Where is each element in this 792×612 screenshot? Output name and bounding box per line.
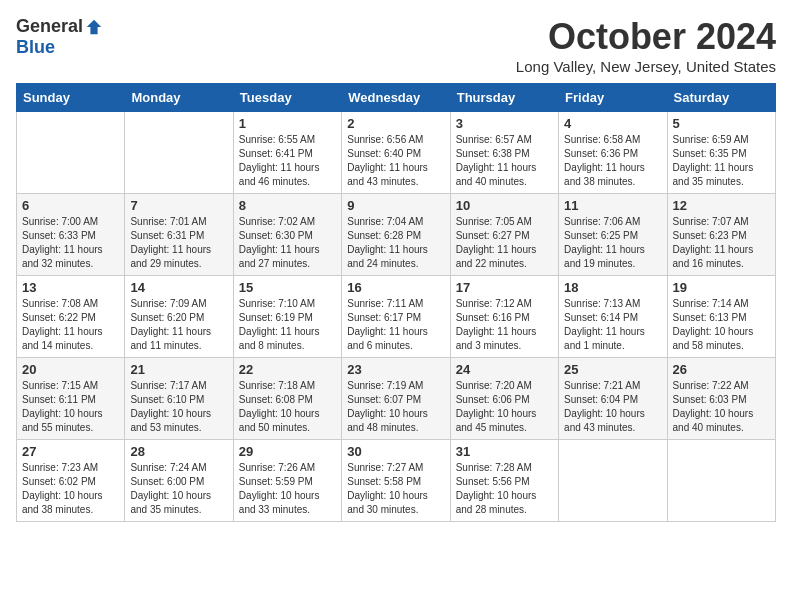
- day-detail: Sunrise: 7:18 AM Sunset: 6:08 PM Dayligh…: [239, 379, 336, 435]
- calendar-cell: 23Sunrise: 7:19 AM Sunset: 6:07 PM Dayli…: [342, 358, 450, 440]
- calendar-cell: [125, 112, 233, 194]
- day-detail: Sunrise: 7:11 AM Sunset: 6:17 PM Dayligh…: [347, 297, 444, 353]
- day-number: 22: [239, 362, 336, 377]
- calendar-cell: 17Sunrise: 7:12 AM Sunset: 6:16 PM Dayli…: [450, 276, 558, 358]
- day-detail: Sunrise: 6:55 AM Sunset: 6:41 PM Dayligh…: [239, 133, 336, 189]
- day-number: 9: [347, 198, 444, 213]
- day-detail: Sunrise: 6:59 AM Sunset: 6:35 PM Dayligh…: [673, 133, 770, 189]
- day-detail: Sunrise: 7:09 AM Sunset: 6:20 PM Dayligh…: [130, 297, 227, 353]
- calendar-cell: [17, 112, 125, 194]
- column-header-sunday: Sunday: [17, 84, 125, 112]
- column-header-thursday: Thursday: [450, 84, 558, 112]
- day-number: 30: [347, 444, 444, 459]
- calendar-cell: 18Sunrise: 7:13 AM Sunset: 6:14 PM Dayli…: [559, 276, 667, 358]
- calendar-week-row: 20Sunrise: 7:15 AM Sunset: 6:11 PM Dayli…: [17, 358, 776, 440]
- calendar-week-row: 13Sunrise: 7:08 AM Sunset: 6:22 PM Dayli…: [17, 276, 776, 358]
- day-number: 23: [347, 362, 444, 377]
- location-subtitle: Long Valley, New Jersey, United States: [516, 58, 776, 75]
- day-number: 28: [130, 444, 227, 459]
- calendar-cell: 25Sunrise: 7:21 AM Sunset: 6:04 PM Dayli…: [559, 358, 667, 440]
- day-number: 13: [22, 280, 119, 295]
- calendar-cell: 20Sunrise: 7:15 AM Sunset: 6:11 PM Dayli…: [17, 358, 125, 440]
- day-number: 20: [22, 362, 119, 377]
- day-number: 7: [130, 198, 227, 213]
- column-header-wednesday: Wednesday: [342, 84, 450, 112]
- calendar-week-row: 6Sunrise: 7:00 AM Sunset: 6:33 PM Daylig…: [17, 194, 776, 276]
- day-detail: Sunrise: 7:08 AM Sunset: 6:22 PM Dayligh…: [22, 297, 119, 353]
- calendar-week-row: 27Sunrise: 7:23 AM Sunset: 6:02 PM Dayli…: [17, 440, 776, 522]
- logo-general-text: General: [16, 16, 83, 37]
- day-detail: Sunrise: 7:06 AM Sunset: 6:25 PM Dayligh…: [564, 215, 661, 271]
- day-detail: Sunrise: 7:28 AM Sunset: 5:56 PM Dayligh…: [456, 461, 553, 517]
- day-detail: Sunrise: 6:56 AM Sunset: 6:40 PM Dayligh…: [347, 133, 444, 189]
- day-detail: Sunrise: 7:01 AM Sunset: 6:31 PM Dayligh…: [130, 215, 227, 271]
- day-detail: Sunrise: 7:26 AM Sunset: 5:59 PM Dayligh…: [239, 461, 336, 517]
- day-number: 17: [456, 280, 553, 295]
- day-number: 19: [673, 280, 770, 295]
- calendar-cell: 19Sunrise: 7:14 AM Sunset: 6:13 PM Dayli…: [667, 276, 775, 358]
- day-number: 1: [239, 116, 336, 131]
- day-detail: Sunrise: 7:19 AM Sunset: 6:07 PM Dayligh…: [347, 379, 444, 435]
- day-detail: Sunrise: 7:00 AM Sunset: 6:33 PM Dayligh…: [22, 215, 119, 271]
- logo-icon: [85, 18, 103, 36]
- month-title: October 2024: [516, 16, 776, 58]
- calendar-cell: 16Sunrise: 7:11 AM Sunset: 6:17 PM Dayli…: [342, 276, 450, 358]
- day-detail: Sunrise: 7:15 AM Sunset: 6:11 PM Dayligh…: [22, 379, 119, 435]
- day-detail: Sunrise: 7:05 AM Sunset: 6:27 PM Dayligh…: [456, 215, 553, 271]
- day-number: 12: [673, 198, 770, 213]
- day-number: 18: [564, 280, 661, 295]
- column-header-friday: Friday: [559, 84, 667, 112]
- calendar-cell: 21Sunrise: 7:17 AM Sunset: 6:10 PM Dayli…: [125, 358, 233, 440]
- calendar-cell: [667, 440, 775, 522]
- column-header-monday: Monday: [125, 84, 233, 112]
- calendar-cell: 30Sunrise: 7:27 AM Sunset: 5:58 PM Dayli…: [342, 440, 450, 522]
- day-number: 14: [130, 280, 227, 295]
- day-detail: Sunrise: 7:17 AM Sunset: 6:10 PM Dayligh…: [130, 379, 227, 435]
- calendar-table: SundayMondayTuesdayWednesdayThursdayFrid…: [16, 83, 776, 522]
- calendar-week-row: 1Sunrise: 6:55 AM Sunset: 6:41 PM Daylig…: [17, 112, 776, 194]
- calendar-cell: 26Sunrise: 7:22 AM Sunset: 6:03 PM Dayli…: [667, 358, 775, 440]
- day-number: 29: [239, 444, 336, 459]
- calendar-cell: 12Sunrise: 7:07 AM Sunset: 6:23 PM Dayli…: [667, 194, 775, 276]
- day-number: 3: [456, 116, 553, 131]
- day-number: 6: [22, 198, 119, 213]
- calendar-cell: 8Sunrise: 7:02 AM Sunset: 6:30 PM Daylig…: [233, 194, 341, 276]
- day-number: 27: [22, 444, 119, 459]
- calendar-cell: 10Sunrise: 7:05 AM Sunset: 6:27 PM Dayli…: [450, 194, 558, 276]
- logo: General Blue: [16, 16, 103, 58]
- day-number: 26: [673, 362, 770, 377]
- day-number: 21: [130, 362, 227, 377]
- calendar-cell: 9Sunrise: 7:04 AM Sunset: 6:28 PM Daylig…: [342, 194, 450, 276]
- calendar-cell: 22Sunrise: 7:18 AM Sunset: 6:08 PM Dayli…: [233, 358, 341, 440]
- day-detail: Sunrise: 7:07 AM Sunset: 6:23 PM Dayligh…: [673, 215, 770, 271]
- day-detail: Sunrise: 7:13 AM Sunset: 6:14 PM Dayligh…: [564, 297, 661, 353]
- calendar-cell: 29Sunrise: 7:26 AM Sunset: 5:59 PM Dayli…: [233, 440, 341, 522]
- title-area: October 2024 Long Valley, New Jersey, Un…: [516, 16, 776, 75]
- day-number: 31: [456, 444, 553, 459]
- calendar-cell: [559, 440, 667, 522]
- day-detail: Sunrise: 7:12 AM Sunset: 6:16 PM Dayligh…: [456, 297, 553, 353]
- day-number: 15: [239, 280, 336, 295]
- day-number: 2: [347, 116, 444, 131]
- calendar-cell: 31Sunrise: 7:28 AM Sunset: 5:56 PM Dayli…: [450, 440, 558, 522]
- column-header-tuesday: Tuesday: [233, 84, 341, 112]
- calendar-cell: 2Sunrise: 6:56 AM Sunset: 6:40 PM Daylig…: [342, 112, 450, 194]
- calendar-cell: 27Sunrise: 7:23 AM Sunset: 6:02 PM Dayli…: [17, 440, 125, 522]
- day-number: 10: [456, 198, 553, 213]
- column-header-saturday: Saturday: [667, 84, 775, 112]
- day-detail: Sunrise: 7:23 AM Sunset: 6:02 PM Dayligh…: [22, 461, 119, 517]
- day-detail: Sunrise: 7:10 AM Sunset: 6:19 PM Dayligh…: [239, 297, 336, 353]
- calendar-cell: 7Sunrise: 7:01 AM Sunset: 6:31 PM Daylig…: [125, 194, 233, 276]
- calendar-cell: 1Sunrise: 6:55 AM Sunset: 6:41 PM Daylig…: [233, 112, 341, 194]
- day-detail: Sunrise: 7:21 AM Sunset: 6:04 PM Dayligh…: [564, 379, 661, 435]
- logo-blue-text: Blue: [16, 37, 55, 57]
- day-detail: Sunrise: 6:58 AM Sunset: 6:36 PM Dayligh…: [564, 133, 661, 189]
- day-number: 25: [564, 362, 661, 377]
- day-number: 11: [564, 198, 661, 213]
- day-number: 5: [673, 116, 770, 131]
- calendar-cell: 13Sunrise: 7:08 AM Sunset: 6:22 PM Dayli…: [17, 276, 125, 358]
- calendar-cell: 11Sunrise: 7:06 AM Sunset: 6:25 PM Dayli…: [559, 194, 667, 276]
- day-detail: Sunrise: 6:57 AM Sunset: 6:38 PM Dayligh…: [456, 133, 553, 189]
- day-detail: Sunrise: 7:14 AM Sunset: 6:13 PM Dayligh…: [673, 297, 770, 353]
- calendar-cell: 24Sunrise: 7:20 AM Sunset: 6:06 PM Dayli…: [450, 358, 558, 440]
